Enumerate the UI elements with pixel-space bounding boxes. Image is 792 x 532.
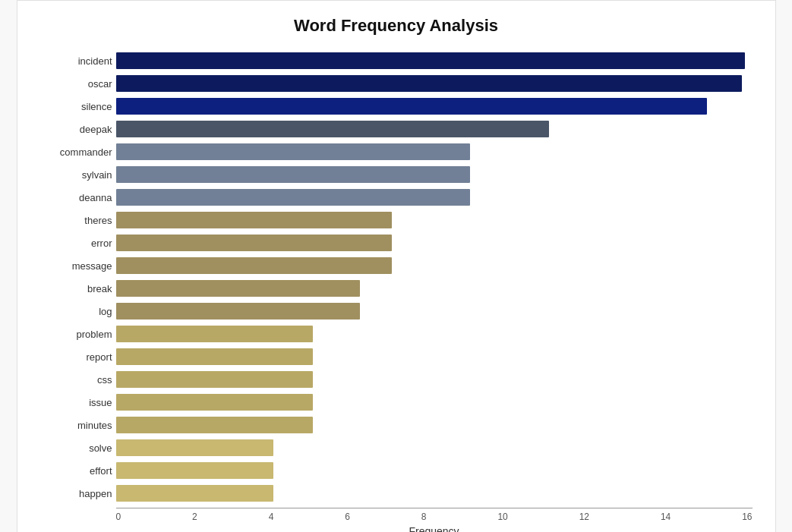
bar-row: silence — [116, 96, 745, 116]
bar — [116, 280, 361, 297]
x-tick: 16 — [742, 512, 752, 522]
x-axis-container: 0246810121416 Frequency — [116, 508, 753, 532]
bar-label: incident — [40, 55, 112, 67]
bar-label: happen — [40, 488, 112, 499]
x-tick: 14 — [661, 512, 671, 522]
bar — [116, 75, 743, 92]
bar-row: solve — [116, 438, 745, 458]
bar-row: issue — [116, 392, 745, 412]
bar-label: issue — [40, 397, 112, 408]
bar — [116, 394, 313, 411]
bar-row: theres — [116, 210, 745, 230]
bar — [116, 303, 361, 320]
bar-row: oscar — [116, 74, 745, 93]
bar-row: sylvain — [116, 165, 745, 184]
chart-container: Word Frequency Analysis incidentoscarsil… — [17, 0, 776, 532]
bar — [116, 439, 274, 456]
bar — [116, 371, 313, 388]
bar-row: break — [116, 279, 745, 298]
bar-label: error — [40, 238, 112, 249]
chart-inner: incidentoscarsilencedeepakcommandersylva… — [40, 51, 753, 503]
x-tick: 4 — [269, 512, 274, 522]
bar — [116, 417, 313, 433]
bar-label: log — [40, 306, 112, 317]
bar-row: problem — [116, 324, 745, 344]
bar-label: silence — [40, 101, 112, 112]
bar-label: oscar — [40, 78, 112, 90]
bar — [116, 257, 392, 274]
bar-row: deanna — [116, 187, 745, 207]
chart-area: incidentoscarsilencedeepakcommandersylva… — [40, 51, 753, 532]
bar — [116, 189, 471, 206]
x-axis-ticks: 0246810121416 — [116, 512, 753, 522]
bar-row: happen — [116, 483, 745, 503]
bar — [116, 52, 745, 69]
bar-row: error — [116, 233, 745, 253]
bar-label: problem — [40, 329, 112, 340]
x-axis-line — [116, 508, 753, 508]
bar-label: effort — [40, 465, 112, 477]
x-tick: 6 — [345, 512, 350, 522]
bar-label: report — [40, 351, 112, 363]
bar-row: css — [116, 370, 745, 389]
bar-label: commander — [40, 146, 112, 158]
bar-row: effort — [116, 461, 745, 480]
x-tick: 2 — [192, 512, 197, 522]
x-tick: 0 — [116, 512, 121, 522]
bar — [116, 462, 274, 479]
bar-row: log — [116, 301, 745, 321]
bar — [116, 348, 313, 365]
bar-row: message — [116, 256, 745, 275]
bar-label: css — [40, 374, 112, 386]
bar — [116, 235, 392, 251]
bar-row: commander — [116, 142, 745, 162]
bar-label: deepak — [40, 124, 112, 135]
bars-section: incidentoscarsilencedeepakcommandersylva… — [40, 51, 753, 503]
bar-label: minutes — [40, 420, 112, 431]
bar — [116, 98, 707, 115]
bar-label: theres — [40, 215, 112, 226]
bar-row: report — [116, 347, 745, 367]
bar-label: deanna — [40, 192, 112, 203]
x-tick: 10 — [497, 512, 507, 522]
bar — [116, 143, 471, 160]
bar-label: message — [40, 260, 112, 272]
bar — [116, 166, 471, 183]
x-axis-label: Frequency — [116, 525, 753, 532]
bar-row: deepak — [116, 119, 745, 139]
x-tick: 8 — [421, 512, 427, 522]
bar-label: solve — [40, 442, 112, 454]
x-tick: 12 — [579, 512, 589, 522]
bar-row: incident — [116, 51, 745, 71]
bar-label: break — [40, 283, 112, 294]
bar — [116, 326, 313, 342]
bar-label: sylvain — [40, 169, 112, 181]
bar-row: minutes — [116, 415, 745, 435]
bar — [116, 121, 550, 137]
chart-title: Word Frequency Analysis — [40, 16, 753, 36]
bar — [116, 212, 392, 228]
bar — [116, 485, 274, 502]
